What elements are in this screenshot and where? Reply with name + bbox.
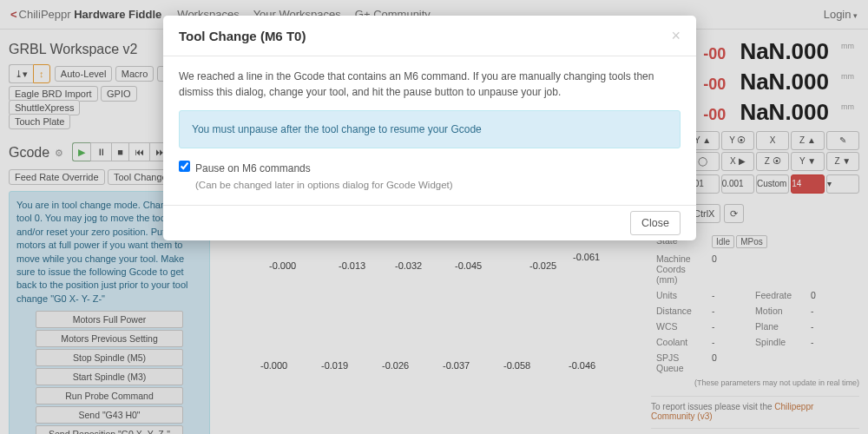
modal-body-text: We reached a line in the Gcode that cont… bbox=[179, 69, 681, 100]
modal-title: Tool Change (M6 T0) bbox=[179, 29, 671, 43]
modal-close-icon[interactable]: × bbox=[671, 28, 681, 43]
pause-m6-sublabel: (Can be changed later in options dialog … bbox=[195, 178, 453, 193]
modal-close-button[interactable]: Close bbox=[630, 211, 681, 235]
pause-m6-label: Pause on M6 commands bbox=[195, 162, 311, 174]
pause-m6-checkbox[interactable] bbox=[179, 161, 190, 172]
tool-change-modal: Tool Change (M6 T0) × We reached a line … bbox=[163, 16, 696, 240]
modal-alert: You must unpause after the tool change t… bbox=[179, 110, 681, 148]
